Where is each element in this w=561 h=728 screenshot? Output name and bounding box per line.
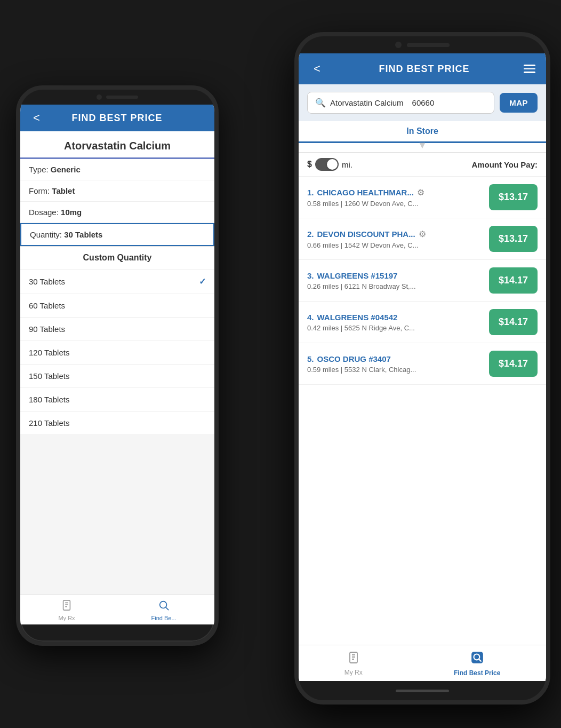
dollar-sign-label: $ xyxy=(307,160,312,169)
pharmacy-details-1: 0.58 miles | 1260 W Devon Ave, C... xyxy=(307,200,489,208)
pharmacy-name-row-4: 4. WALGREENS #04542 xyxy=(307,313,489,322)
search-box[interactable]: 🔍 Atorvastatin Calcium 60660 xyxy=(307,92,494,114)
map-button[interactable]: MAP xyxy=(500,93,538,113)
pharmacy-number-2: 2. xyxy=(307,230,314,239)
type-value: Generic xyxy=(51,165,81,174)
find-best-price-icon-back xyxy=(158,599,170,614)
price-button-2[interactable]: $13.17 xyxy=(489,226,538,252)
my-rx-icon-front xyxy=(347,651,360,667)
pharmacy-name-4: WALGREENS #04542 xyxy=(317,313,398,322)
pharmacy-number-5: 5. xyxy=(307,354,314,363)
amount-you-pay-label: Amount You Pay: xyxy=(471,160,538,169)
qty-option-210[interactable]: 210 Tablets xyxy=(20,412,214,435)
svg-rect-0 xyxy=(63,600,70,610)
back-app-header: < FIND BEST PRICE xyxy=(20,105,214,131)
hamburger-menu[interactable] xyxy=(524,65,535,73)
price-button-3[interactable]: $14.17 xyxy=(489,267,538,294)
back-bottom-nav: My Rx Find Be... xyxy=(20,595,214,624)
gear-icon-1[interactable]: ⚙ xyxy=(417,187,424,197)
hamburger-line-2 xyxy=(524,68,535,70)
find-best-price-icon-front xyxy=(470,651,484,668)
back-nav-my-rx[interactable]: My Rx xyxy=(58,599,75,621)
qty-option-120[interactable]: 120 Tablets xyxy=(20,341,214,365)
svg-rect-6 xyxy=(350,652,357,663)
tab-arrow-indicator: ▼ xyxy=(299,140,546,151)
nav-find-best-price[interactable]: Find Best Price xyxy=(454,651,500,677)
home-bar-indicator xyxy=(396,690,449,692)
nav-find-best-price-label: Find Best Price xyxy=(454,669,500,677)
tab-section: In Store ▼ xyxy=(299,121,546,153)
back-nav-my-rx-label: My Rx xyxy=(58,615,75,621)
qty-option-60[interactable]: 60 Tablets xyxy=(20,294,214,318)
dosage-value: 10mg xyxy=(61,208,82,217)
notch-bar-back xyxy=(20,90,214,105)
price-button-5[interactable]: $14.17 xyxy=(489,351,538,377)
pharmacy-info-5: 5. OSCO DRUG #3407 0.59 miles | 5532 N C… xyxy=(307,354,489,374)
drug-name-title: Atorvastatin Calcium xyxy=(20,131,214,159)
quantity-label: Quantity: xyxy=(30,230,62,239)
qty-label-90: 90 Tablets xyxy=(29,325,65,334)
qty-label-150: 150 Tablets xyxy=(29,371,69,381)
pharmacy-item-5[interactable]: 5. OSCO DRUG #3407 0.59 miles | 5532 N C… xyxy=(299,343,546,385)
my-rx-icon-back xyxy=(61,599,73,614)
mi-label: mi. xyxy=(342,160,352,169)
type-label: Type: xyxy=(29,165,49,174)
back-button-back[interactable]: < xyxy=(29,110,44,126)
back-screen-content: < FIND BEST PRICE Atorvastatin Calcium T… xyxy=(20,105,214,624)
qty-option-180[interactable]: 180 Tablets xyxy=(20,388,214,412)
custom-quantity-header: Custom Quantity xyxy=(20,247,214,270)
form-value: Tablet xyxy=(52,186,75,195)
camera-front xyxy=(395,42,402,48)
bottom-bar-front xyxy=(299,681,546,700)
pharmacy-number-4: 4. xyxy=(307,313,314,322)
camera-back xyxy=(97,94,102,100)
pharmacy-number-1: 1. xyxy=(307,188,314,197)
pharmacy-item-2[interactable]: 2. DEVON DISCOUNT PHA... ⚙ 0.66 miles | … xyxy=(299,218,546,260)
qty-label-180: 180 Tablets xyxy=(29,395,69,404)
search-area: 🔍 Atorvastatin Calcium 60660 MAP xyxy=(299,84,546,121)
speaker-front xyxy=(407,43,450,47)
quantity-options-list: 30 Tablets ✓ 60 Tablets 90 Tablets 120 T… xyxy=(20,270,214,435)
quantity-field[interactable]: Quantity: 30 Tablets xyxy=(20,223,214,246)
bottom-nav-front: My Rx Find Best Price xyxy=(299,645,546,681)
search-zip-text: 60660 xyxy=(412,98,435,107)
toggle-knob xyxy=(327,159,338,170)
qty-option-150[interactable]: 150 Tablets xyxy=(20,365,214,388)
back-nav-find-best-price[interactable]: Find Be... xyxy=(151,599,176,621)
qty-label-210: 210 Tablets xyxy=(29,418,69,428)
pharmacy-name-row-2: 2. DEVON DISCOUNT PHA... ⚙ xyxy=(307,229,489,239)
filter-left: $ mi. xyxy=(307,158,352,171)
check-icon-30: ✓ xyxy=(199,276,206,287)
qty-option-30[interactable]: 30 Tablets ✓ xyxy=(20,270,214,294)
pharmacy-item-4[interactable]: 4. WALGREENS #04542 0.42 miles | 5625 N … xyxy=(299,302,546,343)
pharmacy-item-3[interactable]: 3. WALGREENS #15197 0.26 miles | 6121 N … xyxy=(299,260,546,302)
pharmacy-info-1: 1. CHICAGO HEALTHMAR... ⚙ 0.58 miles | 1… xyxy=(307,187,489,208)
pharmacy-name-row-5: 5. OSCO DRUG #3407 xyxy=(307,354,489,363)
back-button-front[interactable]: < xyxy=(309,61,325,77)
distance-toggle[interactable] xyxy=(315,158,339,171)
price-button-4[interactable]: $14.17 xyxy=(489,309,538,335)
pharmacy-name-row-1: 1. CHICAGO HEALTHMAR... ⚙ xyxy=(307,187,489,197)
svg-point-4 xyxy=(160,602,167,608)
speaker-back xyxy=(106,96,138,99)
pharmacy-name-3: WALGREENS #15197 xyxy=(317,271,398,280)
phone-back: < FIND BEST PRICE Atorvastatin Calcium T… xyxy=(16,85,219,646)
pharmacy-name-row-3: 3. WALGREENS #15197 xyxy=(307,271,489,280)
quantity-value: 30 Tablets xyxy=(64,230,102,239)
search-drug-text: Atorvastatin Calcium xyxy=(330,98,404,107)
gear-icon-2[interactable]: ⚙ xyxy=(419,229,426,239)
screen-front: < FIND BEST PRICE 🔍 Atorvastatin Calcium… xyxy=(299,53,546,681)
type-field: Type: Generic xyxy=(20,159,214,180)
pharmacy-item-1[interactable]: 1. CHICAGO HEALTHMAR... ⚙ 0.58 miles | 1… xyxy=(299,177,546,218)
pharmacy-number-3: 3. xyxy=(307,271,314,280)
price-button-1[interactable]: $13.17 xyxy=(489,184,538,210)
pharmacy-details-2: 0.66 miles | 1542 W Devon Ave, C... xyxy=(307,241,489,249)
nav-my-rx-label: My Rx xyxy=(344,669,363,676)
hamburger-line-3 xyxy=(524,72,535,73)
back-header-title: FIND BEST PRICE xyxy=(44,113,190,124)
pharmacy-name-1: CHICAGO HEALTHMAR... xyxy=(317,188,414,197)
pharmacy-info-2: 2. DEVON DISCOUNT PHA... ⚙ 0.66 miles | … xyxy=(307,229,489,249)
nav-my-rx[interactable]: My Rx xyxy=(344,651,363,676)
qty-option-90[interactable]: 90 Tablets xyxy=(20,318,214,341)
pharmacy-list: 1. CHICAGO HEALTHMAR... ⚙ 0.58 miles | 1… xyxy=(299,177,546,645)
